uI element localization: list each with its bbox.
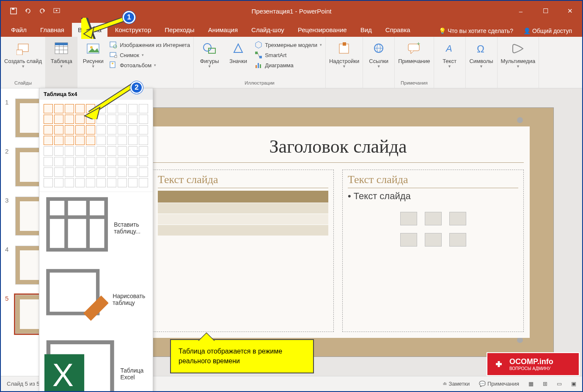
slide-title[interactable]: Заголовок слайда xyxy=(146,126,530,162)
left-content-placeholder[interactable]: Текст слайда xyxy=(152,170,334,332)
table-grid-cell[interactable] xyxy=(54,178,63,187)
table-grid-cell[interactable] xyxy=(128,136,138,145)
table-grid-cell[interactable] xyxy=(107,136,116,145)
insert-table-option[interactable]: Вставить таблицу... xyxy=(39,192,153,264)
smartart-button[interactable]: SmartArt xyxy=(255,51,322,59)
tell-me[interactable]: 💡 Что вы хотите сделать? xyxy=(439,27,513,34)
draw-table-option[interactable]: Нарисовать таблицу xyxy=(39,264,153,334)
tab-review[interactable]: Рецензирование xyxy=(292,23,353,37)
slide[interactable]: Заголовок слайда Текст слайда Текст сла xyxy=(122,107,554,357)
table-grid-cell[interactable] xyxy=(118,157,127,166)
table-grid-cell[interactable] xyxy=(139,167,148,177)
comments-button[interactable]: 💬 Примечания xyxy=(479,381,519,387)
view-normal-icon[interactable]: ▦ xyxy=(528,381,534,387)
table-grid-cell[interactable] xyxy=(65,178,74,187)
view-slideshow-icon[interactable]: ▣ xyxy=(571,381,576,387)
view-sorter-icon[interactable]: ⊞ xyxy=(543,381,547,387)
table-grid-cell[interactable] xyxy=(118,178,127,187)
table-grid-cell[interactable] xyxy=(118,125,127,134)
pictures-button[interactable]: Рисунки▼ xyxy=(81,39,105,69)
comment-button[interactable]: +Примечание xyxy=(398,39,430,64)
insert-online-picture-icon[interactable] xyxy=(425,233,442,247)
table-grid-cell[interactable] xyxy=(65,167,74,177)
table-grid-cell[interactable] xyxy=(75,167,85,177)
maximize-button[interactable]: ☐ xyxy=(533,1,558,21)
table-grid-cell[interactable] xyxy=(75,146,85,156)
table-grid-cell[interactable] xyxy=(96,157,106,166)
table-grid-cell[interactable] xyxy=(65,125,74,134)
photo-album-button[interactable]: Фотоальбом ▾ xyxy=(110,61,190,69)
excel-table-option[interactable]: XТаблица Excel xyxy=(39,335,153,392)
screenshot-button[interactable]: Снимок ▾ xyxy=(110,51,190,59)
table-grid-cell[interactable] xyxy=(96,146,106,156)
table-grid-cell[interactable] xyxy=(128,125,138,134)
table-grid-cell[interactable] xyxy=(44,125,53,134)
table-grid-cell[interactable] xyxy=(65,136,74,145)
insert-smartart-icon[interactable] xyxy=(449,212,466,225)
table-grid-cell[interactable] xyxy=(86,167,95,177)
tab-slideshow[interactable]: Слайд-шоу xyxy=(245,23,290,37)
insert-chart-icon[interactable] xyxy=(425,212,442,225)
share-button[interactable]: 👤 Общий доступ xyxy=(523,27,572,34)
close-button[interactable]: ✕ xyxy=(558,1,582,21)
table-grid-cell[interactable] xyxy=(128,178,138,187)
table-grid-cell[interactable] xyxy=(139,115,148,124)
tab-transitions[interactable]: Переходы xyxy=(159,23,200,37)
table-button[interactable]: Таблица▼ xyxy=(49,39,74,69)
table-grid-cell[interactable] xyxy=(118,136,127,145)
table-grid-cell[interactable] xyxy=(75,157,85,166)
right-content-placeholder[interactable]: Текст слайда • Текст слайда xyxy=(342,170,524,332)
table-grid-cell[interactable] xyxy=(86,157,95,166)
table-grid-cell[interactable] xyxy=(96,178,106,187)
table-grid-cell[interactable] xyxy=(86,136,95,145)
minimize-button[interactable]: – xyxy=(509,1,533,21)
undo-icon[interactable] xyxy=(25,8,31,14)
table-grid-cell[interactable] xyxy=(139,125,148,134)
tab-animations[interactable]: Анимация xyxy=(202,23,244,37)
table-grid-cell[interactable] xyxy=(65,157,74,166)
three-d-models-button[interactable]: Трехмерные модели ▾ xyxy=(255,41,322,49)
table-grid-cell[interactable] xyxy=(139,157,148,166)
links-button[interactable]: Ссылки▼ xyxy=(366,39,391,69)
table-grid-cell[interactable] xyxy=(44,167,53,177)
table-grid-cell[interactable] xyxy=(107,125,116,134)
table-grid-cell[interactable] xyxy=(65,146,74,156)
addins-button[interactable]: Надстройки▼ xyxy=(329,39,359,69)
notes-button[interactable]: ≐ Заметки xyxy=(443,381,470,387)
tab-help[interactable]: Справка xyxy=(380,23,416,37)
icons-button[interactable]: Значки xyxy=(226,39,250,64)
shapes-button[interactable]: Фигуры▼ xyxy=(197,39,222,69)
tab-home[interactable]: Главная xyxy=(34,23,70,37)
table-grid-cell[interactable] xyxy=(44,157,53,166)
text-button[interactable]: AТекст▼ xyxy=(437,39,462,69)
table-grid-cell[interactable] xyxy=(75,125,85,134)
insert-table-icon[interactable] xyxy=(400,212,417,225)
table-grid-cell[interactable] xyxy=(118,167,127,177)
table-grid-cell[interactable] xyxy=(54,146,63,156)
table-grid-cell[interactable] xyxy=(139,136,148,145)
table-grid-cell[interactable] xyxy=(96,136,106,145)
table-grid-cell[interactable] xyxy=(44,178,53,187)
table-grid-cell[interactable] xyxy=(86,125,95,134)
table-grid-cell[interactable] xyxy=(86,146,95,156)
insert-picture-icon[interactable] xyxy=(400,233,417,247)
chart-button[interactable]: Диаграмма xyxy=(255,61,322,69)
table-grid-cell[interactable] xyxy=(54,157,63,166)
table-grid-cell[interactable] xyxy=(107,167,116,177)
table-grid-cell[interactable] xyxy=(128,157,138,166)
new-slide-button[interactable]: Создать слайд▼ xyxy=(4,39,42,69)
media-button[interactable]: Мультимедиа▼ xyxy=(501,39,536,69)
table-grid-cell[interactable] xyxy=(54,167,63,177)
view-reading-icon[interactable]: ▭ xyxy=(557,381,562,387)
table-grid-cell[interactable] xyxy=(139,104,148,113)
table-grid-cell[interactable] xyxy=(139,178,148,187)
table-grid-cell[interactable] xyxy=(44,115,53,124)
redo-icon[interactable] xyxy=(39,8,46,14)
table-grid-cell[interactable] xyxy=(118,146,127,156)
online-pictures-button[interactable]: Изображения из Интернета xyxy=(110,41,190,49)
table-grid-cell[interactable] xyxy=(96,125,106,134)
table-grid-cell[interactable] xyxy=(139,146,148,156)
table-grid-cell[interactable] xyxy=(128,146,138,156)
table-grid-cell[interactable] xyxy=(75,178,85,187)
content-type-icons[interactable] xyxy=(400,212,466,247)
